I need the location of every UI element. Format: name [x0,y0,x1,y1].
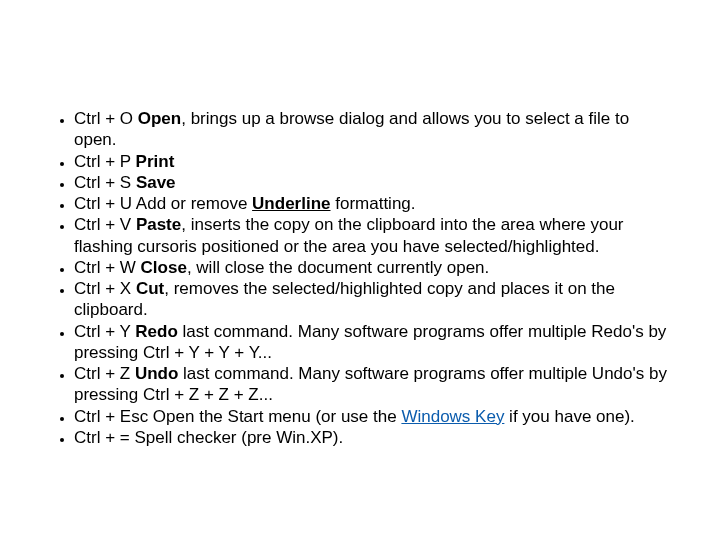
list-item: Ctrl + Z Undo last command. Many softwar… [74,363,672,406]
text-run: Save [136,173,176,192]
text-run: Ctrl + P [74,152,136,171]
list-item: Ctrl + W Close, will close the document … [74,257,672,278]
text-run: Undo [135,364,178,383]
text-run: Ctrl + O [74,109,138,128]
text-run: Ctrl + U Add or remove [74,194,252,213]
list-item: Ctrl + O Open, brings up a browse dialog… [74,108,672,151]
list-item: Ctrl + P Print [74,151,672,172]
list-item: Ctrl + = Spell checker (pre Win.XP). [74,427,672,448]
text-run: Open [138,109,181,128]
list-item: Ctrl + V Paste, inserts the copy on the … [74,214,672,257]
list-item: Ctrl + U Add or remove Underline formatt… [74,193,672,214]
windows-key-link[interactable]: Windows Key [401,407,504,426]
list-item: Ctrl + X Cut, removes the selected/highl… [74,278,672,321]
text-run: , will close the document currently open… [187,258,489,277]
text-run: Ctrl + = Spell checker (pre Win.XP). [74,428,343,447]
shortcut-list: Ctrl + O Open, brings up a browse dialog… [48,108,672,448]
text-run: Ctrl + Y [74,322,135,341]
text-run: formatting. [331,194,416,213]
text-run: Ctrl + V [74,215,136,234]
text-run: if you have one). [504,407,634,426]
text-run: Ctrl + X [74,279,136,298]
text-run: Redo [135,322,178,341]
text-run: Close [141,258,187,277]
text-run: Ctrl + W [74,258,141,277]
text-run: Ctrl + Z [74,364,135,383]
text-run: Paste [136,215,181,234]
list-item: Ctrl + Esc Open the Start menu (or use t… [74,406,672,427]
text-run: Ctrl + Esc Open the Start menu (or use t… [74,407,401,426]
text-run: Underline [252,194,330,213]
list-item: Ctrl + S Save [74,172,672,193]
text-run: Print [136,152,175,171]
list-item: Ctrl + Y Redo last command. Many softwar… [74,321,672,364]
text-run: Ctrl + S [74,173,136,192]
slide-content: Ctrl + O Open, brings up a browse dialog… [0,0,720,448]
text-run: Cut [136,279,164,298]
